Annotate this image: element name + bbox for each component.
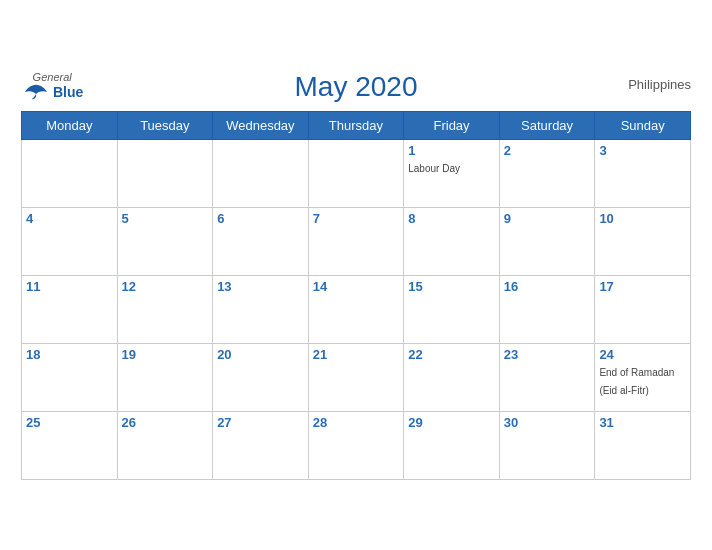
calendar-cell: 27 [213, 411, 309, 479]
calendar-table: Monday Tuesday Wednesday Thursday Friday… [21, 111, 691, 480]
day-number: 5 [122, 211, 209, 226]
day-event: End of Ramadan (Eid al-Fitr) [599, 367, 674, 396]
calendar-cell: 28 [308, 411, 404, 479]
calendar-cell: 18 [22, 343, 118, 411]
calendar-cell: 3 [595, 139, 691, 207]
day-number: 1 [408, 143, 495, 158]
calendar-cell: 25 [22, 411, 118, 479]
calendar-cell: 13 [213, 275, 309, 343]
calendar-cell: 6 [213, 207, 309, 275]
day-number: 17 [599, 279, 686, 294]
day-number: 2 [504, 143, 591, 158]
day-number: 23 [504, 347, 591, 362]
day-number: 18 [26, 347, 113, 362]
day-number: 14 [313, 279, 400, 294]
calendar-cell: 2 [499, 139, 595, 207]
day-number: 22 [408, 347, 495, 362]
day-number: 11 [26, 279, 113, 294]
calendar-cell: 20 [213, 343, 309, 411]
calendar-cell: 4 [22, 207, 118, 275]
calendar-cell: 31 [595, 411, 691, 479]
day-number: 8 [408, 211, 495, 226]
day-event: Labour Day [408, 163, 460, 174]
calendar-cell: 8 [404, 207, 500, 275]
calendar-cell: 23 [499, 343, 595, 411]
calendar-week-row: 18192021222324End of Ramadan (Eid al-Fit… [22, 343, 691, 411]
calendar-cell: 7 [308, 207, 404, 275]
day-number: 24 [599, 347, 686, 362]
calendar-week-row: 11121314151617 [22, 275, 691, 343]
day-number: 10 [599, 211, 686, 226]
calendar-cell [22, 139, 118, 207]
logo-bird-icon [21, 83, 51, 103]
day-number: 15 [408, 279, 495, 294]
day-number: 7 [313, 211, 400, 226]
calendar-cell: 1Labour Day [404, 139, 500, 207]
calendar-cell [308, 139, 404, 207]
calendar-cell: 26 [117, 411, 213, 479]
day-number: 31 [599, 415, 686, 430]
day-number: 19 [122, 347, 209, 362]
calendar-title: May 2020 [295, 71, 418, 103]
calendar-cell: 12 [117, 275, 213, 343]
day-number: 3 [599, 143, 686, 158]
calendar-cell: 9 [499, 207, 595, 275]
calendar-cell: 17 [595, 275, 691, 343]
calendar-cell: 5 [117, 207, 213, 275]
day-number: 20 [217, 347, 304, 362]
calendar-cell: 21 [308, 343, 404, 411]
calendar-week-row: 45678910 [22, 207, 691, 275]
calendar-cell: 14 [308, 275, 404, 343]
header-friday: Friday [404, 111, 500, 139]
day-number: 4 [26, 211, 113, 226]
day-number: 25 [26, 415, 113, 430]
calendar-cell: 19 [117, 343, 213, 411]
calendar-cell: 22 [404, 343, 500, 411]
day-number: 9 [504, 211, 591, 226]
day-number: 30 [504, 415, 591, 430]
calendar-cell: 30 [499, 411, 595, 479]
calendar-body: 1Labour Day23456789101112131415161718192… [22, 139, 691, 479]
logo-blue-text: Blue [53, 85, 83, 100]
day-number: 27 [217, 415, 304, 430]
day-number: 6 [217, 211, 304, 226]
calendar-cell [213, 139, 309, 207]
calendar-wrapper: General Blue May 2020 Philippines Monday… [11, 61, 701, 490]
header-tuesday: Tuesday [117, 111, 213, 139]
calendar-cell: 15 [404, 275, 500, 343]
header-thursday: Thursday [308, 111, 404, 139]
calendar-header: General Blue May 2020 Philippines [21, 71, 691, 103]
day-number: 28 [313, 415, 400, 430]
day-number: 26 [122, 415, 209, 430]
calendar-cell: 11 [22, 275, 118, 343]
day-number: 21 [313, 347, 400, 362]
day-number: 12 [122, 279, 209, 294]
day-number: 29 [408, 415, 495, 430]
calendar-week-row: 1Labour Day23 [22, 139, 691, 207]
header-monday: Monday [22, 111, 118, 139]
logo: General Blue [21, 71, 83, 103]
calendar-cell: 24End of Ramadan (Eid al-Fitr) [595, 343, 691, 411]
day-number: 16 [504, 279, 591, 294]
header-saturday: Saturday [499, 111, 595, 139]
calendar-cell [117, 139, 213, 207]
header-wednesday: Wednesday [213, 111, 309, 139]
header-sunday: Sunday [595, 111, 691, 139]
calendar-cell: 10 [595, 207, 691, 275]
calendar-week-row: 25262728293031 [22, 411, 691, 479]
day-number: 13 [217, 279, 304, 294]
calendar-country: Philippines [628, 77, 691, 92]
calendar-cell: 29 [404, 411, 500, 479]
calendar-cell: 16 [499, 275, 595, 343]
logo-general-text: General [33, 71, 72, 83]
weekday-header-row: Monday Tuesday Wednesday Thursday Friday… [22, 111, 691, 139]
